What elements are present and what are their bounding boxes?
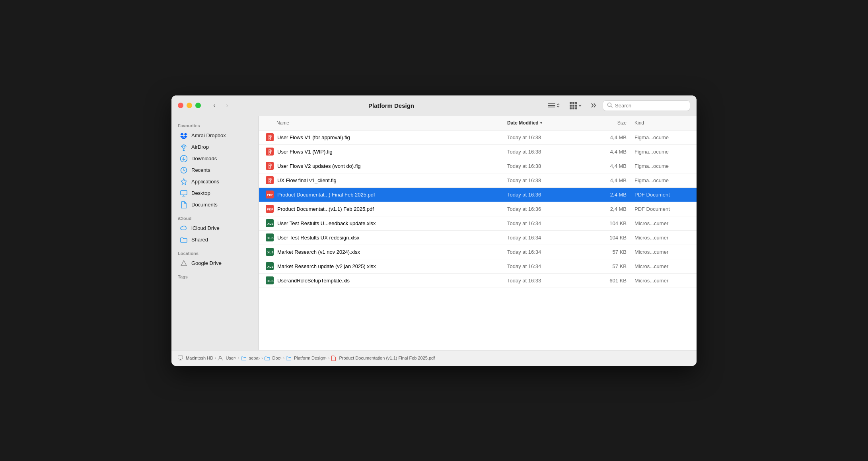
- traffic-lights: [178, 103, 201, 108]
- sidebar-item-desktop[interactable]: Desktop: [174, 188, 256, 199]
- back-button[interactable]: ‹: [209, 100, 220, 111]
- sidebar-label-downloads: Downloads: [191, 156, 217, 161]
- search-bar[interactable]: [603, 100, 690, 111]
- file-icon: PDF: [265, 204, 274, 213]
- file-size: 57 KB: [587, 249, 634, 255]
- breadcrumb-item: User›: [218, 356, 236, 361]
- sidebar-icloud: iCloud Drive Shared: [171, 223, 259, 245]
- breadcrumb-label: seba›: [249, 356, 260, 360]
- sidebar-item-icloud-drive[interactable]: iCloud Drive: [174, 223, 256, 234]
- sidebar-icon-documents: [180, 201, 187, 208]
- sidebar-item-airdrop[interactable]: AirDrop: [174, 142, 256, 153]
- table-row[interactable]: User Flows V1 (WIP).fig Today at 16:38 4…: [259, 145, 697, 159]
- breadcrumb-item: seba›: [241, 356, 260, 361]
- col-name-header[interactable]: Name: [265, 120, 507, 126]
- file-size: 4,4 MB: [587, 163, 634, 169]
- file-icon: XLS: [265, 233, 274, 242]
- maximize-button[interactable]: [195, 103, 201, 108]
- col-date-header[interactable]: Date Modified ▾: [507, 120, 587, 126]
- file-icon: [265, 133, 274, 142]
- more-button[interactable]: [588, 100, 599, 111]
- table-row[interactable]: PDF Product Documentat...) Final Feb 202…: [259, 188, 697, 202]
- folder-icon: [265, 356, 270, 361]
- file-kind: Micros...cumer: [634, 235, 690, 241]
- col-size-header[interactable]: Size: [587, 120, 634, 126]
- minimize-button[interactable]: [187, 103, 192, 108]
- breadcrumb-label: Macintosh HD: [186, 356, 213, 360]
- file-kind: Figma...ocume: [634, 177, 690, 183]
- sidebar-item-amrai-dropbox[interactable]: Amrai Dropbox: [174, 130, 256, 141]
- breadcrumb-separator: ›: [328, 356, 329, 360]
- forward-button[interactable]: ›: [222, 100, 233, 111]
- nav-buttons: ‹ ›: [209, 100, 233, 111]
- sidebar-item-documents[interactable]: Documents: [174, 199, 256, 210]
- breadcrumb: Macintosh HD›User››seba››Doc››Platform D…: [178, 356, 435, 361]
- table-row[interactable]: User Flows V1 (for approval).fig Today a…: [259, 130, 697, 145]
- file-icon: [265, 161, 274, 170]
- file-date: Today at 16:38: [507, 149, 587, 155]
- file-name: Product Documentat...) Final Feb 2025.pd…: [277, 192, 507, 198]
- sidebar-item-applications[interactable]: Applications: [174, 176, 256, 187]
- table-row[interactable]: User Flows V2 updates (wont do).fig Toda…: [259, 159, 697, 173]
- file-date: Today at 16:34: [507, 220, 587, 226]
- sidebar: Favourites Amrai Dropbox AirDrop Downloa…: [171, 116, 259, 350]
- list-view-icon: [548, 103, 555, 107]
- file-name: Product Documentat...(v1.1) Feb 2025.pdf: [277, 206, 507, 212]
- file-date: Today at 16:34: [507, 263, 587, 269]
- file-icon: XLS: [265, 276, 274, 285]
- table-row[interactable]: PDF Product Documentat...(v1.1) Feb 2025…: [259, 202, 697, 216]
- file-size: 2,4 MB: [587, 192, 634, 198]
- sidebar-item-shared[interactable]: Shared: [174, 234, 256, 245]
- file-size: 57 KB: [587, 263, 634, 269]
- file-icon: XLS: [265, 247, 274, 256]
- sort-arrow-icon: ▾: [540, 121, 542, 125]
- file-kind: Micros...cumer: [634, 278, 690, 284]
- sidebar-icon-google-drive: [180, 260, 187, 267]
- svg-text:XLS: XLS: [267, 251, 274, 254]
- svg-rect-28: [178, 356, 183, 359]
- breadcrumb-label: User›: [226, 356, 236, 360]
- col-kind-header[interactable]: Kind: [634, 120, 690, 126]
- excel-file-icon: XLS: [266, 262, 274, 270]
- sidebar-item-recents[interactable]: Recents: [174, 165, 256, 176]
- file-date: Today at 16:36: [507, 206, 587, 212]
- sidebar-icon-applications: [180, 178, 187, 185]
- list-view-button[interactable]: [545, 102, 563, 109]
- pdf-file-icon: PDF: [266, 205, 274, 213]
- sidebar-favourites: Amrai Dropbox AirDrop Downloads Recents …: [171, 130, 259, 210]
- file-name: User Flows V1 (WIP).fig: [277, 149, 507, 155]
- file-kind: Figma...ocume: [634, 149, 690, 155]
- titlebar: ‹ › Platform Design: [171, 95, 697, 116]
- table-row[interactable]: XLS Market Research (v1 nov 2024).xlsx T…: [259, 245, 697, 259]
- file-date: Today at 16:34: [507, 249, 587, 255]
- user-icon: [218, 356, 223, 361]
- figma-file-icon: [266, 162, 274, 170]
- table-row[interactable]: XLS UserandRoleSetupTemplate.xls Today a…: [259, 274, 697, 288]
- search-input[interactable]: [615, 103, 686, 109]
- table-row[interactable]: XLS User Test Restults U...eedback updat…: [259, 216, 697, 231]
- excel-file-icon: XLS: [266, 233, 274, 241]
- main-content: Favourites Amrai Dropbox AirDrop Downloa…: [171, 116, 697, 350]
- svg-text:XLS: XLS: [267, 279, 274, 283]
- breadcrumb-label: Doc›: [272, 356, 282, 360]
- table-row[interactable]: UX Flow final v1_client.fig Today at 16:…: [259, 173, 697, 188]
- close-button[interactable]: [178, 103, 183, 108]
- file-kind: Figma...ocume: [634, 134, 690, 140]
- sidebar-item-downloads[interactable]: Downloads: [174, 153, 256, 164]
- svg-line-1: [611, 106, 613, 107]
- sidebar-icon-desktop: [180, 190, 187, 197]
- svg-text:XLS: XLS: [267, 236, 274, 240]
- chevron-updown-icon: [556, 103, 560, 107]
- breadcrumb-item: Product Documentation (v1.1) Final Feb 2…: [331, 356, 435, 361]
- sidebar-label-amrai-dropbox: Amrai Dropbox: [191, 132, 226, 138]
- table-row[interactable]: XLS Market Research update (v2 jan 2025)…: [259, 259, 697, 274]
- file-kind: PDF Document: [634, 206, 690, 212]
- sidebar-item-google-drive[interactable]: Google Drive: [174, 258, 256, 269]
- file-kind: Micros...cumer: [634, 220, 690, 226]
- file-icon: XLS: [265, 262, 274, 270]
- sidebar-icon-amrai-dropbox: [180, 132, 187, 139]
- file-name: User Flows V1 (for approval).fig: [277, 134, 507, 140]
- table-row[interactable]: XLS User Test Restults UX redesign.xlsx …: [259, 231, 697, 245]
- grid-view-button[interactable]: [566, 100, 585, 111]
- svg-text:XLS: XLS: [267, 265, 274, 268]
